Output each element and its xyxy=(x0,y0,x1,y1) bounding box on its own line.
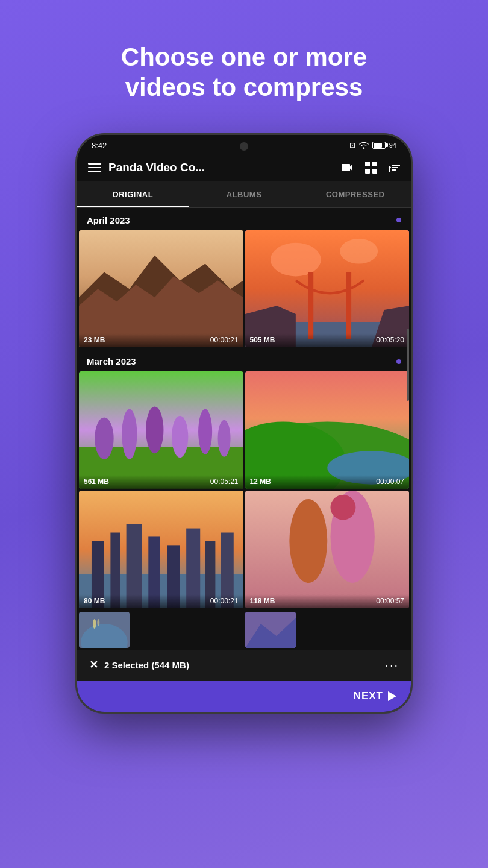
headline-line1: Choose one or more xyxy=(121,43,367,71)
svg-rect-37 xyxy=(245,491,410,608)
hamburger-menu-button[interactable] xyxy=(88,163,101,172)
tab-compressed[interactable]: COMPRESSED xyxy=(299,181,411,207)
video-thumb-couple[interactable]: 118 MB 00:00:57 xyxy=(245,491,410,608)
wifi-icon xyxy=(359,142,369,149)
svg-point-19 xyxy=(146,407,163,454)
video-size: 505 MB xyxy=(250,336,275,344)
section-title-april: April 2023 xyxy=(87,215,130,225)
section-title-march: March 2023 xyxy=(87,356,136,366)
partial-video-grid xyxy=(77,612,411,650)
page-headline: Choose one or more videos to compress xyxy=(85,42,403,103)
thumb-overlay-hills: 12 MB 00:00:07 xyxy=(245,475,410,489)
scroll-indicator xyxy=(407,329,409,401)
video-duration: 00:05:21 xyxy=(210,477,239,486)
video-size: 23 MB xyxy=(84,336,105,344)
thumb-overlay: 23 MB 00:00:21 xyxy=(79,333,243,347)
clear-selection-button[interactable]: ✕ xyxy=(89,658,98,671)
tab-bar: ORIGINAL ALBUMS COMPRESSED xyxy=(77,181,411,208)
status-bar: 8:42 ⊡ 94 xyxy=(77,135,411,154)
battery-icon xyxy=(372,142,386,149)
video-thumb-bridge[interactable]: 505 MB 00:05:20 xyxy=(245,230,410,348)
app-bar-icons xyxy=(341,162,400,174)
video-thumb-flowers[interactable]: 561 MB 00:05:21 xyxy=(79,371,243,489)
march-video-grid: 561 MB 00:05:21 xyxy=(77,371,411,609)
svg-point-38 xyxy=(289,499,327,583)
video-duration: 00:00:57 xyxy=(376,597,404,605)
svg-point-9 xyxy=(340,239,378,264)
video-size: 561 MB xyxy=(84,477,109,486)
svg-point-17 xyxy=(95,418,113,460)
video-thumb-hills[interactable]: 12 MB 00:00:07 xyxy=(245,371,410,489)
tab-albums[interactable]: ALBUMS xyxy=(189,181,300,207)
video-thumb-partial-2[interactable] xyxy=(245,612,296,648)
video-duration: 00:00:21 xyxy=(210,597,239,605)
video-thumb-rocky[interactable]: 23 MB 00:00:21 xyxy=(79,230,243,348)
video-thumb-partial-1[interactable] xyxy=(79,612,130,648)
video-content: April 2023 xyxy=(77,208,411,650)
app-title: Panda Video Co... xyxy=(108,161,334,174)
svg-rect-12 xyxy=(346,272,351,339)
video-size: 80 MB xyxy=(84,597,105,605)
svg-rect-11 xyxy=(308,272,313,339)
april-video-grid: 23 MB 00:00:21 xyxy=(77,230,411,350)
selection-bar: ✕ 2 Selected (544 MB) ··· xyxy=(77,650,411,681)
section-dot-march xyxy=(396,359,401,364)
next-button[interactable]: NEXT xyxy=(354,690,396,702)
svg-point-44 xyxy=(97,619,99,626)
thumb-overlay-flowers: 561 MB 00:05:21 xyxy=(79,475,243,489)
app-bar: Panda Video Co... xyxy=(77,154,411,181)
grid-view-button[interactable] xyxy=(365,162,377,174)
selection-count: 2 Selected (544 MB) xyxy=(104,660,189,670)
sort-button[interactable] xyxy=(388,162,400,173)
video-size: 118 MB xyxy=(250,597,275,605)
svg-point-22 xyxy=(218,420,231,457)
camera-notch xyxy=(240,142,248,151)
video-duration: 00:00:21 xyxy=(210,336,239,344)
svg-point-8 xyxy=(270,243,321,277)
section-dot xyxy=(396,218,401,222)
battery-level: 94 xyxy=(389,142,396,149)
tab-original[interactable]: ORIGINAL xyxy=(77,181,189,207)
screen-record-icon: ⊡ xyxy=(349,141,355,149)
svg-point-20 xyxy=(172,416,188,458)
svg-rect-2 xyxy=(365,169,370,174)
status-time: 8:42 xyxy=(92,141,107,150)
svg-point-40 xyxy=(330,495,355,520)
svg-point-21 xyxy=(198,409,212,454)
video-duration: 00:05:20 xyxy=(376,336,404,344)
phone-mockup: 8:42 ⊡ 94 Panda Video Co... xyxy=(75,133,413,714)
svg-rect-0 xyxy=(365,162,370,166)
section-header-april: April 2023 xyxy=(77,208,411,230)
section-header-march: March 2023 xyxy=(77,349,411,371)
thumb-overlay-city: 80 MB 00:00:21 xyxy=(79,594,243,608)
next-bar: NEXT xyxy=(77,681,411,712)
next-arrow-icon xyxy=(388,691,396,701)
svg-rect-3 xyxy=(372,169,377,174)
thumb-overlay-couple: 118 MB 00:00:57 xyxy=(245,594,410,608)
video-thumb-city[interactable]: 80 MB 00:00:21 xyxy=(79,491,243,608)
video-camera-button[interactable] xyxy=(341,163,354,172)
selection-info: ✕ 2 Selected (544 MB) xyxy=(89,658,189,671)
thumb-overlay-bridge: 505 MB 00:05:20 xyxy=(245,333,410,347)
next-label: NEXT xyxy=(354,690,383,702)
svg-point-18 xyxy=(122,409,137,459)
svg-point-43 xyxy=(93,619,96,629)
more-options-button[interactable]: ··· xyxy=(385,658,399,672)
svg-rect-1 xyxy=(372,162,377,166)
video-duration: 00:00:07 xyxy=(376,477,404,486)
status-icons: ⊡ 94 xyxy=(349,141,396,149)
headline-line2: videos to compress xyxy=(125,73,363,101)
video-size: 12 MB xyxy=(250,477,271,486)
